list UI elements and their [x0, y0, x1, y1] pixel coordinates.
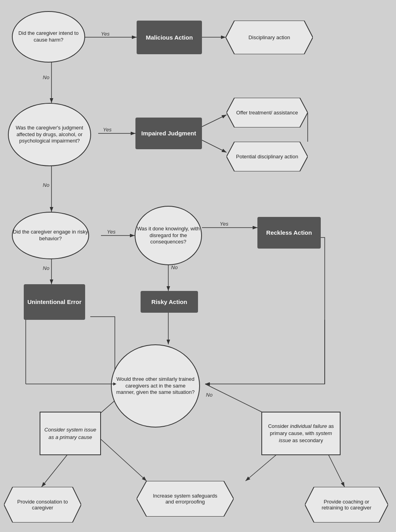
- reckless-node: Reckless Action: [257, 217, 321, 249]
- coaching-node: Provide coaching or retraining to caregi…: [305, 487, 388, 522]
- label-q2-yes: Yes: [103, 127, 112, 133]
- label-q4-yes: Yes: [220, 221, 228, 227]
- label-q1-no: No: [43, 74, 50, 80]
- q1-node: Did the caregiver intend to cause harm?: [12, 11, 85, 63]
- unintentional-node: Unintentional Error: [24, 284, 85, 320]
- label-q4-no: No: [171, 264, 178, 270]
- offer-treatment-node: Offer treatment/ assistance: [227, 98, 308, 127]
- disciplinary-node: Disciplinary action: [226, 21, 313, 54]
- potential-disc-node: Potential disciplinary action: [227, 142, 308, 171]
- risky-node: Risky Action: [141, 291, 198, 313]
- consolation-node: Provide consolation to caregiver: [4, 487, 81, 522]
- q5-node: Would three other similarly trained care…: [111, 344, 200, 428]
- system-issue-node: Consider system issue as a primary cause: [40, 412, 101, 455]
- individual-failure-node: Consider individual failure as primary c…: [261, 412, 341, 455]
- flowchart-diagram: Yes No Yes No Yes No Yes No Yes No Did t…: [0, 0, 396, 532]
- label-q5-no: No: [206, 392, 213, 398]
- q4-node: Was it done knowingly, with disregard fo…: [135, 206, 202, 265]
- label-q3-yes: Yes: [107, 229, 116, 235]
- malicious-node: Malicious Action: [137, 21, 202, 54]
- impaired-node: Impaired Judgment: [135, 118, 202, 149]
- svg-line-16: [101, 439, 147, 481]
- label-q2-no: No: [43, 182, 50, 188]
- increase-safeguards-node: Increase system safeguards and errorproo…: [137, 481, 234, 517]
- q2-node: Was the caregiver's judgment affected by…: [8, 103, 91, 166]
- label-q3-no: No: [43, 265, 50, 271]
- q3-node: Did the caregiver engage in risky behavi…: [12, 212, 89, 259]
- label-q1-yes: Yes: [101, 31, 110, 37]
- svg-line-6: [202, 140, 227, 152]
- svg-line-5: [202, 115, 227, 127]
